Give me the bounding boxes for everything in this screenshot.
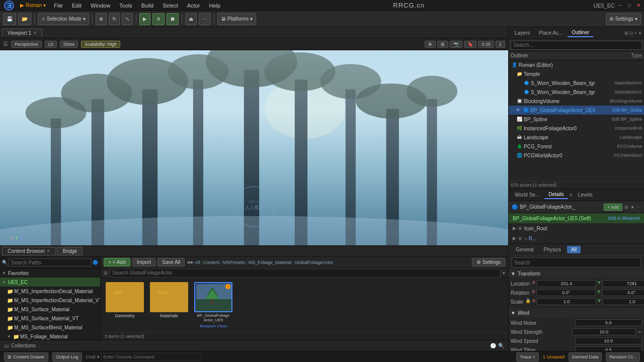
play-button[interactable]: ▶ xyxy=(139,13,150,25)
filter-icon[interactable]: ⊞ xyxy=(104,270,108,276)
visible-icon[interactable]: 👁 xyxy=(516,108,520,113)
asset-geometry[interactable]: Geometry xyxy=(105,282,145,328)
edit-blueprint-link[interactable]: Edit in Blueprint xyxy=(608,216,640,221)
self-reference[interactable]: BP_GlobalFoliageActor_UE5 (Self) Edit in… xyxy=(509,213,644,223)
sidebar-item-3[interactable]: 📁 M_MS_Surface_Material_VT xyxy=(0,314,100,323)
transform-button[interactable]: ⊕ xyxy=(96,13,107,25)
wind-tiling-input[interactable] xyxy=(575,346,642,351)
collections-search[interactable]: 🔍 xyxy=(498,343,504,348)
scalability-button[interactable]: Scalability: High xyxy=(81,41,120,48)
maximize-button[interactable]: □ xyxy=(626,2,633,9)
selection-mode-button[interactable]: ⊹ Selection Mode ▾ xyxy=(38,13,89,25)
save-button[interactable]: 💾 xyxy=(3,13,16,25)
import-button[interactable]: Import xyxy=(132,258,155,266)
detail-search-input[interactable] xyxy=(512,257,641,267)
details-tab[interactable]: Details xyxy=(544,191,568,199)
transform-widget[interactable]: ⊕ xyxy=(425,41,436,48)
save-all-button[interactable]: Save All xyxy=(157,258,185,266)
outliner-tab[interactable]: Outliner xyxy=(568,29,593,37)
general-tab[interactable]: General xyxy=(512,246,538,253)
derived-data-button[interactable]: Derived Data xyxy=(569,352,602,361)
settings-cb-button[interactable]: ⚙ Settings xyxy=(472,258,505,266)
sidebar-item-2[interactable]: 📁 M_MS_Surface_Material xyxy=(0,305,100,314)
bridge-tab[interactable]: Bridge xyxy=(57,247,83,255)
breadcrumb-actor[interactable]: GlobalFoliageActor xyxy=(295,260,334,265)
options-icon[interactable]: ⋯ xyxy=(636,205,641,210)
sidebar-item-1[interactable]: 📁 M_MS_ImperfectionDecal_Material_VT xyxy=(0,296,100,305)
stop-button[interactable]: ⏹ xyxy=(167,13,179,25)
nav-back[interactable]: ◀ xyxy=(187,260,190,264)
settings-main-button[interactable]: ⚙ Settings ▾ xyxy=(606,13,641,25)
reset-strength[interactable]: ↩ xyxy=(638,329,642,334)
outliner-bp-global[interactable]: 👁 🔵 BP_GlobalFoliageActor_UE5 Edit BP_Gl… xyxy=(509,106,644,115)
ue5-ec-item[interactable]: ▼ UE5_EC xyxy=(0,278,100,287)
close-button[interactable]: ✕ xyxy=(635,2,642,9)
star-icon[interactable]: ★ xyxy=(630,205,634,210)
menu-file[interactable]: File xyxy=(50,2,67,10)
close-cb-tab[interactable]: ✕ xyxy=(47,249,50,253)
add-content-button[interactable]: + + Add xyxy=(104,258,130,266)
view-mode-icon[interactable]: ⊞ xyxy=(624,205,628,210)
panel-icon-2[interactable]: ⊡ xyxy=(629,31,633,36)
wind-noise-input[interactable] xyxy=(575,319,642,326)
menu-window[interactable]: Window xyxy=(87,2,114,10)
output-log-button[interactable]: Output Log xyxy=(52,352,82,361)
menu-edit[interactable]: Edit xyxy=(68,2,86,10)
outliner-pcg-forest[interactable]: 🌲 PCG_Forest PCGVolume xyxy=(509,142,644,151)
content-browser-tab[interactable]: Content Browser ✕ xyxy=(2,247,56,255)
layers-tab[interactable]: Layers xyxy=(511,29,534,37)
outliner-landscape[interactable]: 🏔 Landscape Landscape xyxy=(509,133,644,142)
rotation-x-input[interactable] xyxy=(536,289,596,296)
menu-help[interactable]: Help xyxy=(205,2,225,10)
asset-materials[interactable]: Materials xyxy=(149,282,189,328)
lock-icon[interactable]: 🔒 xyxy=(525,298,531,305)
open-button[interactable]: 📂 xyxy=(18,13,31,25)
menu-tools[interactable]: Tools xyxy=(115,2,136,10)
panel-icon-1[interactable]: ⊞ xyxy=(624,31,628,36)
perspective-button[interactable]: Perspective xyxy=(11,41,42,48)
trace-button[interactable]: Trace ▾ xyxy=(516,352,539,361)
scale-x-input[interactable] xyxy=(537,298,596,305)
nav-fwd[interactable]: ▶ xyxy=(191,260,194,264)
eject-button[interactable]: ⏏ xyxy=(185,13,197,25)
place-actors-tab[interactable]: Place Ac... xyxy=(535,29,567,37)
bookmark[interactable]: 🔖 xyxy=(464,41,476,48)
panel-close[interactable]: ✕ xyxy=(638,31,642,36)
menu-select[interactable]: Select xyxy=(158,2,182,10)
wind-header[interactable]: ▼ Wind xyxy=(509,308,644,317)
minimize-button[interactable]: ─ xyxy=(617,2,624,9)
panel-icon-3[interactable]: + xyxy=(634,31,637,36)
world-settings-tab[interactable]: World Se... xyxy=(511,191,543,199)
outliner-pcg-world[interactable]: 🌐 PCGWorldActor0 PCGWorldAct xyxy=(509,151,644,160)
viewport-3d[interactable]: RRCG 人人素材 X Y Z xyxy=(0,50,508,245)
viewport-num[interactable]: 1 xyxy=(496,41,505,48)
camera-speed[interactable]: 📷 xyxy=(450,41,462,48)
outliner-blocking[interactable]: 🔲 BlockingVolume BlockingVolume xyxy=(509,97,644,106)
location-y-input[interactable] xyxy=(602,280,644,287)
show-button[interactable]: Show xyxy=(60,41,78,48)
asset-bp-global[interactable]: ✓ BP_GlobalFoliageActor_UE5 Blueprint Cl… xyxy=(193,282,233,328)
content-drawer-button[interactable]: ⊞ Content Drawer xyxy=(4,352,48,361)
menu-build[interactable]: Build xyxy=(137,2,157,10)
breadcrumb-mspresets[interactable]: MSPresets xyxy=(223,260,245,265)
breadcrumb-all[interactable]: All xyxy=(195,260,200,265)
filter-options[interactable]: ▾ xyxy=(503,270,505,276)
wind-speed-input[interactable] xyxy=(575,337,642,344)
rotation-y-input[interactable] xyxy=(602,289,644,296)
ms-foliage-item[interactable]: ▼ 📁 MS_Foliage_Material xyxy=(0,332,100,340)
scale-y-input[interactable] xyxy=(602,298,644,305)
snap-grid[interactable]: ⊞ xyxy=(437,41,448,48)
add-component-button[interactable]: + Add xyxy=(604,204,622,211)
rotate-button[interactable]: ↻ xyxy=(109,13,120,25)
sidebar-item-4[interactable]: 📁 M_MS_SurfaceBlend_Material xyxy=(0,323,100,332)
filter-icon[interactable]: 🔵 xyxy=(93,260,98,265)
outliner-beam-1[interactable]: 🔷 S_Worn_Wooden_Beam_tgr StaticMeshAc xyxy=(509,78,644,87)
favorites-item[interactable]: ▼ Favorites xyxy=(0,268,100,278)
viewport-fov[interactable]: 0.25 xyxy=(478,41,494,48)
close-details[interactable]: ✕ xyxy=(569,193,573,198)
outliner-roman[interactable]: 👤 Roman (Editor) xyxy=(509,60,644,69)
breadcrumb-material[interactable]: MS_Foliage_Material xyxy=(249,260,291,265)
outliner-temple[interactable]: 📁 Temple xyxy=(509,69,644,78)
console-input[interactable] xyxy=(101,353,202,361)
pause-button[interactable]: ⏸ xyxy=(152,13,165,25)
